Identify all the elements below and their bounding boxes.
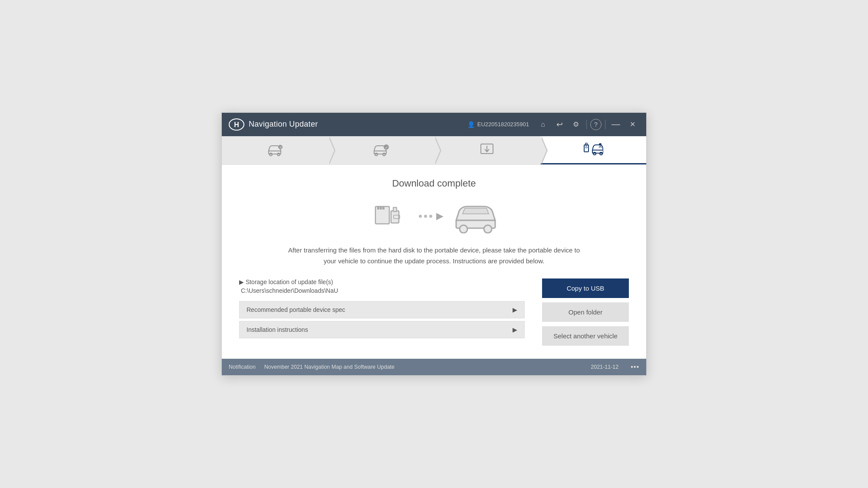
step-transfer[interactable] <box>540 136 647 164</box>
open-folder-button[interactable]: Open folder <box>542 302 629 322</box>
step-bar: ↺ ✓ <box>222 136 646 165</box>
step-download[interactable] <box>434 136 540 164</box>
status-date: 2021-11-12 <box>591 364 618 370</box>
copy-to-usb-button[interactable]: Copy to USB <box>542 278 629 298</box>
step4-icon <box>583 141 603 158</box>
minimize-button[interactable]: — <box>609 118 623 131</box>
illustration: ▶ <box>239 198 629 235</box>
right-col: Copy to USB Open folder Select another v… <box>542 278 629 346</box>
download-complete-title: Download complete <box>239 178 629 189</box>
dot2 <box>424 215 427 218</box>
close-button[interactable]: ✕ <box>625 118 639 131</box>
svg-text:H: H <box>234 121 239 128</box>
title-bar: H Navigation Updater 👤 EU22051820235901 … <box>222 113 646 136</box>
arrow-right: ▶ <box>436 210 444 222</box>
more-options-button[interactable]: ••• <box>631 363 639 371</box>
separator <box>586 120 587 129</box>
storage-toggle-label: ▶ Storage location of update file(s) <box>239 278 333 285</box>
recommended-spec-label: Recommended portable device spec <box>247 306 345 313</box>
select-another-vehicle-button[interactable]: Select another vehicle <box>542 326 629 346</box>
svg-point-30 <box>460 225 467 233</box>
dot1 <box>419 215 422 218</box>
storage-location: ▶ Storage location of update file(s) C:\… <box>239 278 525 294</box>
transfer-dots: ▶ <box>419 210 445 222</box>
svg-point-21 <box>599 143 602 146</box>
title-bar-controls: ⌂ ↩ ⚙ ? — ✕ <box>536 118 639 131</box>
home-button[interactable]: ⌂ <box>536 118 550 131</box>
svg-rect-24 <box>380 206 382 210</box>
main-content: Download complete ▶ <box>222 165 646 359</box>
usb-icon <box>371 198 410 235</box>
app-window: H Navigation Updater 👤 EU22051820235901 … <box>221 112 647 376</box>
svg-rect-27 <box>393 207 397 212</box>
svg-point-31 <box>484 225 492 233</box>
user-icon: 👤 <box>467 121 475 128</box>
svg-text:↺: ↺ <box>279 146 282 149</box>
back-button[interactable]: ↩ <box>552 118 566 131</box>
svg-rect-15 <box>584 145 589 152</box>
storage-toggle[interactable]: ▶ Storage location of update file(s) <box>239 278 525 285</box>
svg-rect-23 <box>377 206 379 210</box>
svg-text:✓: ✓ <box>385 145 388 149</box>
title-bar-left: H Navigation Updater <box>229 118 467 131</box>
separator2 <box>605 120 605 129</box>
hyundai-logo: H <box>229 118 244 131</box>
status-bar: Notification November 2021 Navigation Ma… <box>222 359 646 375</box>
dot3 <box>429 215 432 218</box>
lower-section: ▶ Storage location of update file(s) C:\… <box>239 278 629 346</box>
installation-chevron: ▶ <box>513 326 517 333</box>
svg-rect-25 <box>382 206 385 210</box>
svg-rect-26 <box>391 211 399 223</box>
storage-path: C:\Users\schneider\Downloads\NaU <box>239 287 525 294</box>
app-title: Navigation Updater <box>249 120 318 129</box>
step1-icon: ↺ <box>266 141 283 159</box>
title-bar-center: 👤 EU22051820235901 <box>467 121 529 128</box>
recommended-spec-button[interactable]: Recommended portable device spec ▶ <box>239 301 525 318</box>
recommended-spec-chevron: ▶ <box>513 306 517 313</box>
step-verify[interactable]: ✓ <box>328 136 434 164</box>
user-id: EU22051820235901 <box>477 121 529 128</box>
step-select-vehicle[interactable]: ↺ <box>222 136 328 164</box>
installation-instructions-button[interactable]: Installation instructions ▶ <box>239 321 525 338</box>
settings-button[interactable]: ⚙ <box>569 118 583 131</box>
car-icon <box>454 199 497 233</box>
status-message: November 2021 Navigation Map and Softwar… <box>264 364 582 370</box>
step2-icon: ✓ <box>372 141 390 159</box>
notification-label: Notification <box>229 364 256 370</box>
help-button[interactable]: ? <box>590 119 602 130</box>
description-text: After transferring the files from the ha… <box>286 245 582 267</box>
installation-instructions-label: Installation instructions <box>247 326 308 333</box>
svg-rect-17 <box>585 147 587 148</box>
svg-rect-16 <box>585 143 587 145</box>
left-col: ▶ Storage location of update file(s) C:\… <box>239 278 525 341</box>
step3-icon <box>479 141 495 159</box>
